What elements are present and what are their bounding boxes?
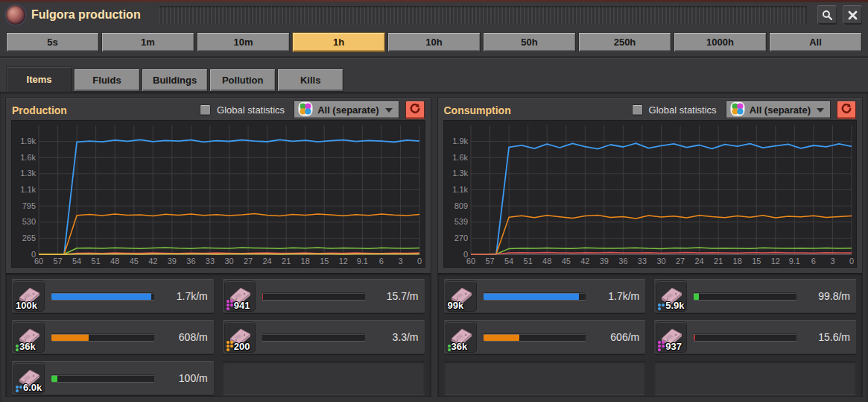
item-badge: 937	[658, 341, 682, 351]
item-icon[interactable]: 937	[656, 322, 686, 352]
time-button-250h[interactable]: 250h	[578, 32, 671, 52]
item-row[interactable]: 2003.3/m	[223, 320, 425, 354]
quality-rare-icon	[658, 304, 665, 310]
time-button-50h[interactable]: 50h	[483, 32, 576, 52]
svg-text:1.3k: 1.3k	[20, 169, 36, 178]
global-statistics-label: Global statistics	[649, 104, 717, 116]
svg-text:1.6k: 1.6k	[20, 153, 36, 162]
time-button-5s[interactable]: 5s	[6, 32, 99, 52]
tab-pollution[interactable]: Pollution	[209, 69, 276, 92]
time-button-10h[interactable]: 10h	[387, 32, 481, 52]
svg-text:12: 12	[770, 257, 779, 266]
item-icon[interactable]: 5.9k	[656, 281, 686, 311]
rate-value: 15.7/m	[373, 290, 419, 302]
svg-text:1.9k: 1.9k	[452, 136, 468, 145]
tab-items[interactable]: Items	[6, 66, 72, 92]
item-count: 941	[234, 301, 250, 310]
tab-kills[interactable]: Kills	[277, 69, 343, 92]
item-row[interactable]: 94115.7/m	[223, 279, 425, 313]
quality-legendary-icon	[226, 341, 233, 351]
filter-dropdown[interactable]: All (separate)	[726, 101, 831, 119]
close-button[interactable]	[843, 5, 862, 25]
filter-dropdown-value: All (separate)	[750, 104, 811, 116]
item-row[interactable]: 36k608/m	[12, 320, 214, 354]
production-chart[interactable]: 60575451484542393633302724211815129.1630…	[12, 121, 425, 267]
quality-epic-icon	[226, 300, 233, 310]
reset-button[interactable]	[405, 101, 425, 119]
item-badge: 99k	[448, 301, 464, 310]
global-statistics-checkbox[interactable]	[200, 104, 211, 116]
item-badge: 5.9k	[658, 301, 684, 310]
item-count: 6.0k	[23, 383, 42, 392]
production-statistics-window: Fulgora production 5s1m10m1h10h50h250h10…	[0, 0, 868, 402]
item-count: 36k	[19, 342, 36, 351]
global-statistics-checkbox[interactable]	[632, 104, 643, 116]
reset-button[interactable]	[837, 101, 856, 119]
svg-text:3: 3	[830, 257, 834, 266]
consumption-panel: Consumption Global statistics All (separ…	[438, 98, 863, 396]
item-icon[interactable]: 99k	[446, 281, 476, 311]
svg-text:33: 33	[206, 257, 215, 266]
time-button-1000h[interactable]: 1000h	[674, 32, 767, 52]
item-icon[interactable]: 100k	[14, 281, 44, 311]
item-icon[interactable]: 941	[225, 281, 255, 311]
tab-fluids[interactable]: Fluids	[74, 69, 140, 92]
svg-text:0: 0	[463, 250, 467, 259]
rate-bar	[51, 334, 154, 341]
consumption-chart[interactable]: 60575451484542393633302724211815129.1630…	[444, 121, 857, 267]
item-badge: 36k	[16, 342, 36, 351]
item-row[interactable]: 100k1.7k/m	[12, 279, 214, 313]
svg-text:6: 6	[379, 257, 384, 266]
rate-bar	[262, 293, 365, 300]
item-icon[interactable]: 6.0k	[14, 363, 44, 393]
item-count: 99k	[448, 301, 464, 310]
item-icon[interactable]: 200	[225, 322, 255, 352]
search-button[interactable]	[817, 5, 837, 25]
svg-text:270: 270	[454, 233, 467, 242]
drag-handle[interactable]	[159, 6, 807, 24]
svg-text:24: 24	[262, 257, 271, 266]
item-icon[interactable]: 36k	[446, 322, 476, 352]
item-row[interactable]: 36k606/m	[444, 320, 646, 354]
item-row[interactable]: 93715.6/m	[654, 320, 856, 354]
item-row[interactable]: 99k1.7k/m	[444, 279, 646, 313]
svg-text:48: 48	[542, 257, 551, 266]
item-row[interactable]: 5.9k99.8/m	[654, 279, 856, 313]
item-row[interactable]: 6.0k100/m	[12, 361, 214, 395]
time-button-1m[interactable]: 1m	[101, 32, 194, 52]
window-title: Fulgora production	[31, 8, 148, 22]
time-range-selector: 5s1m10m1h10h50h250h1000hAll	[6, 32, 862, 52]
game-world-edge	[0, 0, 868, 2]
all-separate-icon	[730, 101, 745, 119]
rate-value: 1.7k/m	[593, 290, 639, 302]
empty-item-slot	[654, 361, 856, 395]
rate-bar	[51, 375, 154, 382]
item-badge: 941	[226, 300, 250, 310]
chevron-down-icon	[817, 108, 824, 113]
svg-text:0: 0	[849, 257, 853, 266]
filter-dropdown[interactable]: All (separate)	[294, 101, 399, 119]
svg-text:6: 6	[811, 257, 815, 266]
svg-text:54: 54	[504, 257, 513, 266]
svg-text:809: 809	[454, 201, 467, 210]
svg-text:48: 48	[110, 257, 119, 266]
svg-text:57: 57	[53, 257, 62, 266]
svg-text:54: 54	[72, 257, 81, 266]
rate-value: 99.8/m	[804, 290, 850, 302]
rate-value: 3.3/m	[373, 331, 419, 343]
svg-text:9.1: 9.1	[788, 257, 799, 266]
svg-text:1.9k: 1.9k	[20, 136, 36, 145]
rate-value: 606/m	[593, 331, 639, 343]
time-button-all[interactable]: All	[769, 32, 862, 52]
tab-buildings[interactable]: Buildings	[142, 69, 208, 92]
svg-text:539: 539	[454, 217, 467, 226]
time-button-10m[interactable]: 10m	[197, 32, 290, 52]
quality-uncommon-icon	[16, 345, 19, 351]
rate-value: 1.7k/m	[162, 290, 208, 302]
svg-text:0: 0	[31, 250, 36, 259]
global-statistics-label: Global statistics	[217, 104, 285, 116]
time-button-1h[interactable]: 1h	[292, 32, 385, 52]
svg-text:18: 18	[301, 257, 310, 266]
item-icon[interactable]: 36k	[14, 322, 44, 352]
production-panel: Production Global statistics All (separa…	[6, 98, 431, 396]
